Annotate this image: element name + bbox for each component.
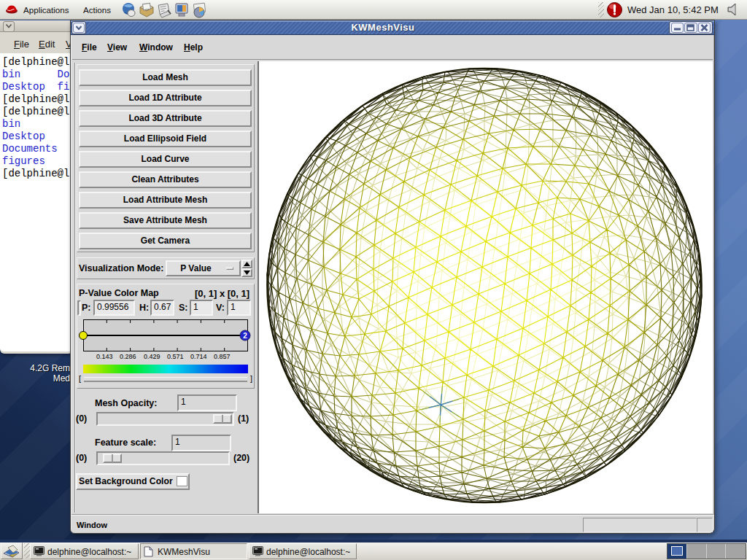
svg-text:2: 2 (243, 332, 247, 340)
